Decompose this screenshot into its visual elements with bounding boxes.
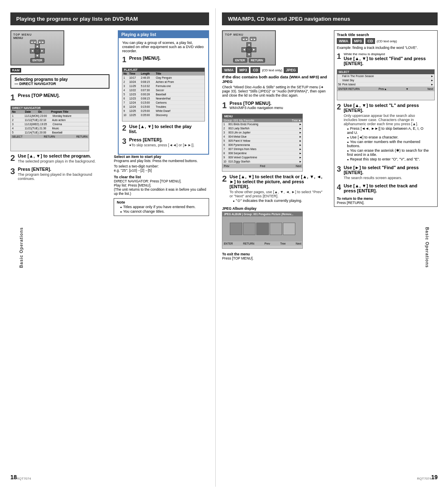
center-btn[interactable]: ·: [35, 49, 40, 53]
playlist-step-1: 1 Press [MENU].: [122, 56, 205, 64]
nav-col-headers: No Date On Program Title: [11, 110, 89, 114]
jpeg-thumb: [270, 223, 282, 235]
ts-wma-tag: WMA: [337, 38, 351, 44]
playlist-step-1-title: Press [MENU].: [129, 56, 161, 61]
audio-nav-table: MENU Group: 001 My Favorite Tree ► 1001 …: [222, 114, 303, 172]
jpeg-thumb: [283, 223, 295, 235]
ts-cd-tag: CD: [365, 38, 375, 44]
ram-badge: RAM: [10, 68, 21, 73]
step-3-desc: The program being played in the backgrou…: [18, 172, 105, 181]
playlist-step-1-num: 1: [122, 56, 126, 64]
enter-btn[interactable]: ENTER: [30, 58, 44, 63]
step-2-desc: The selected program plays in the backgr…: [18, 159, 105, 163]
track-search-box: Track title search WMA MP3 CD (CD text o…: [334, 30, 438, 207]
exit-menu-section: To exit the menu Press [TOP MENU].: [222, 252, 330, 260]
select-programs-subtitle: — DIRECT NAVIGATOR: [15, 82, 105, 86]
right-device-illustration: TOP MENU ◄◄ ►► ▲ ◄ · ► ▼: [222, 30, 276, 66]
table-row: 211/12(TUE)22:10Auto action: [11, 118, 89, 122]
step-1: 1 Press [TOP MENU].: [10, 93, 110, 102]
down-arrow[interactable]: ▼: [35, 53, 40, 58]
ts-step-2-num: 2: [337, 103, 341, 112]
list-item: 612/230:08:15Neanderthal: [122, 97, 205, 101]
audio-nav-header: MENU: [222, 114, 302, 119]
right-side-label: Basic Operations: [424, 227, 429, 268]
search-result-row: Violet Sky►: [337, 78, 434, 82]
list-item: 7007 Shrimps from Mars►: [222, 147, 302, 151]
step-3: 3 Press [ENTER]. The program being playe…: [10, 167, 110, 181]
playlist-step-3: 3 Press [ENTER]. ●To skip scenes, press …: [122, 137, 205, 147]
list-item: 2002 Lady Starfish►: [222, 126, 302, 131]
right-section-header: WMA/MP3, CD text and JPEG navigation men…: [222, 12, 438, 25]
ts-bullet-2: Use [◄] to erase a character.: [347, 135, 429, 139]
list-item: 8008 Serpentine►: [222, 151, 302, 155]
table-row: 311/13(WED)19:35Cinema: [11, 122, 89, 126]
ts-step-3-title: Use [►] to select "Find" and press [ENTE…: [343, 165, 419, 175]
ts-bullet-1: Press [◄◄, ►►|] to skip between A, E, I,…: [347, 126, 429, 135]
step-2: 2 Use [▲, ▼] to select the program. The …: [10, 153, 110, 163]
audio-nav-rows: 1001 Birds Endz Focusing► 2002 Lady Star…: [222, 122, 302, 164]
nav-controls: SELECTRETURNRETURN: [11, 135, 89, 138]
table-row: 111/11(MON)23:00Monday feature: [11, 114, 89, 118]
ts-step-4-num: 4: [337, 183, 341, 192]
right-center-btn[interactable]: ·: [246, 47, 251, 52]
right-return-btn[interactable]: RETURN: [249, 58, 265, 63]
list-item: 5005 Paint It Yellow►: [222, 139, 302, 143]
step-1-number: 1: [10, 93, 15, 102]
up-arrow[interactable]: ▲: [35, 44, 40, 49]
arrow-cluster: ▲ ◄ · ► ▼: [30, 44, 45, 58]
top-menu-label: TOP MENU: [13, 33, 32, 36]
exit-menu-label: To exit the menu: [222, 252, 330, 256]
right-up-arrow[interactable]: ▲: [246, 42, 251, 47]
right-page-number: 19: [431, 474, 438, 480]
select-programs-title: Selecting programs to play: [15, 77, 105, 82]
right-enter-btn[interactable]: ENTER: [233, 58, 247, 63]
jpeg-thumb: [243, 223, 256, 235]
playlist-step-3-num: 3: [122, 137, 126, 146]
jpeg-display: JPEG ALBUM | Group: 001 Penguins Picture…: [222, 211, 303, 249]
list-item: 3003 Life on Jupiter►: [222, 131, 302, 135]
ts-bullet-4: You can erase the asterisk (✱) to search…: [347, 148, 429, 157]
right-step-2-num: 2: [222, 174, 226, 184]
ffwd-btn: ►►: [38, 40, 45, 44]
track-search-example: Example: finding a track including the w…: [337, 46, 435, 50]
jpeg-label: JPEG Album display: [222, 206, 330, 211]
left-rqt: RQT7074: [17, 477, 31, 480]
return-menu-desc: Press [RETURN].: [337, 201, 435, 205]
playlist-step-2: 2 Use [▲, ▼] to select the play list.: [122, 124, 205, 134]
left-arrow[interactable]: ◄: [30, 49, 35, 53]
jpeg-tag: JPEG: [284, 67, 298, 73]
list-item: 6006 Pyramrorama►: [222, 143, 302, 147]
return-menu-section: To return to the menu Press [RETURN].: [337, 197, 435, 205]
list-item: 210/240:08:15Achiev at Prom: [122, 80, 205, 84]
right-right-arrow[interactable]: ►: [251, 47, 256, 52]
play-list-box: Playing a play list You can play a group…: [118, 30, 209, 155]
right-arrow[interactable]: ►: [40, 49, 45, 53]
playlist-step-2-num: 2: [122, 124, 126, 133]
search-result-display: SELECT Fall In The Frozen Season► Violet…: [337, 69, 435, 100]
right-step-1: 1 Press [TOP MENU]. WMA/MP3 Audio naviga…: [222, 101, 330, 110]
format-tags: WMA MP3 CD (CD text only) JPEG: [222, 67, 330, 73]
return-menu-label: To return to the menu: [337, 197, 435, 201]
right-step-2-desc: To show other pages, use [▲, ▼, ◄, ►] to…: [229, 190, 325, 198]
playlist-header: PLAYLIST: [122, 68, 205, 72]
list-item: 512/230:00:28Baseball: [122, 92, 205, 97]
jpeg-thumb: [256, 223, 269, 235]
right-step-1-num: 1: [222, 101, 226, 110]
right-enter-return-row: ENTER RETURN: [233, 58, 265, 63]
list-item: 4004 Metal Glue►: [222, 135, 302, 139]
step-3-number: 3: [10, 167, 15, 176]
search-result-row: Fall In The Frozen Season►: [337, 74, 434, 78]
audio-nav-buttons: PrevFindNext: [222, 164, 302, 168]
cd-text-label: (CD text only): [262, 68, 282, 72]
left-page-number: 18: [10, 474, 17, 480]
select-item-desc: Programs and play lists: Press the numbe…: [114, 159, 209, 163]
list-item: 412/220:07:30Soccer: [122, 88, 205, 92]
right-down-arrow[interactable]: ▼: [246, 52, 251, 57]
device-btn-row: ◄◄ ►►: [30, 40, 45, 44]
two-digit-label: To select a two-digit number:: [114, 164, 209, 168]
step-3-title: Press [ENTER].: [18, 167, 51, 172]
play-list-desc: You can play a group of scenes, a play l…: [122, 41, 205, 53]
right-left-arrow[interactable]: ◄: [241, 47, 246, 52]
note-bullet-1: Titles appear only if you have entered t…: [120, 205, 206, 209]
right-main-left: TOP MENU ◄◄ ►► ▲ ◄ · ► ▼: [222, 30, 330, 260]
